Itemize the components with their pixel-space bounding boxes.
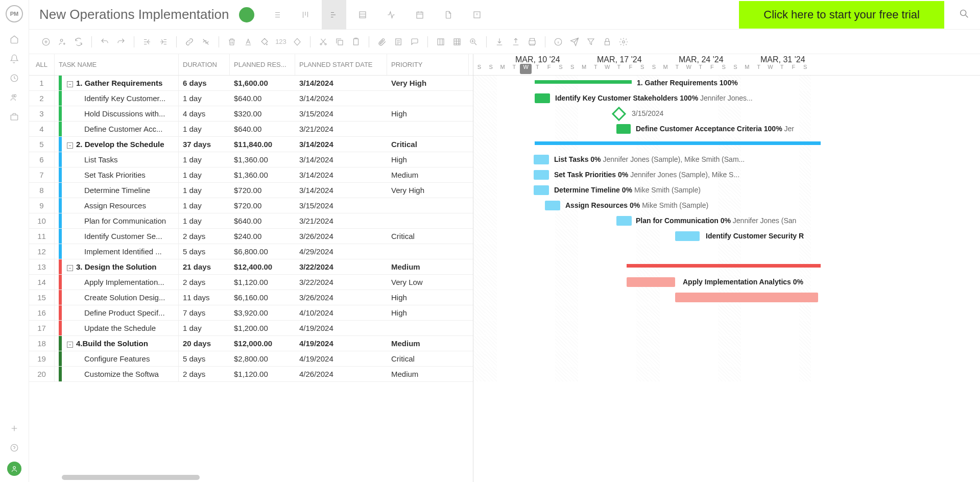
add-circle-icon[interactable] bbox=[39, 35, 53, 49]
svg-rect-5 bbox=[360, 12, 366, 18]
task-row[interactable]: 3Hold Discussions with...4 days$320.003/… bbox=[29, 106, 473, 122]
app-logo[interactable]: PM bbox=[6, 5, 23, 22]
svg-rect-16 bbox=[438, 39, 444, 45]
task-row[interactable]: 6List Tasks1 day$1,360.003/14/2024High bbox=[29, 152, 473, 167]
delete-icon[interactable] bbox=[225, 35, 238, 49]
task-row[interactable]: 19Configure Features5 days$2,800.004/19/… bbox=[29, 351, 473, 367]
task-row[interactable]: 4Define Customer Acc...1 day$640.003/21/… bbox=[29, 122, 473, 137]
task-row[interactable]: 13−3. Design the Solution21 days$12,400.… bbox=[29, 259, 473, 275]
fill-color-icon[interactable] bbox=[258, 35, 271, 49]
gantt-chart[interactable]: MAR, 10 '24 MAR, 17 '24 MAR, 24 '24 MAR,… bbox=[473, 54, 980, 482]
note-icon[interactable] bbox=[392, 35, 405, 49]
import-icon[interactable] bbox=[493, 35, 506, 49]
indent-icon[interactable] bbox=[157, 35, 170, 49]
warning-view-icon[interactable] bbox=[465, 0, 489, 30]
redo-icon[interactable] bbox=[114, 35, 128, 49]
print-icon[interactable] bbox=[525, 35, 539, 49]
grid-icon[interactable] bbox=[450, 35, 464, 49]
task-row[interactable]: 5−2. Develop the Schedule37 days$11,840.… bbox=[29, 137, 473, 152]
zoom-icon[interactable] bbox=[467, 35, 480, 49]
board-view-icon[interactable] bbox=[293, 0, 318, 30]
list-view-icon[interactable] bbox=[265, 0, 289, 30]
task-row[interactable]: 2Identify Key Customer...1 day$640.003/1… bbox=[29, 91, 473, 106]
info-icon[interactable] bbox=[552, 35, 565, 49]
month-label: MAR, 24 '24 bbox=[679, 55, 724, 64]
toolbar: 123 bbox=[29, 30, 980, 54]
task-row[interactable]: 14Apply Implementation...2 days$1,120.00… bbox=[29, 275, 473, 290]
filter-icon[interactable] bbox=[584, 35, 597, 49]
file-view-icon[interactable] bbox=[436, 0, 461, 30]
link-icon[interactable] bbox=[183, 35, 196, 49]
svg-point-21 bbox=[623, 40, 625, 43]
task-row[interactable]: 17Update the Schedule1 day$1,200.004/19/… bbox=[29, 321, 473, 336]
svg-rect-17 bbox=[454, 39, 460, 45]
col-name[interactable]: TASK NAME bbox=[55, 54, 179, 75]
task-row[interactable]: 15Create Solution Desig...11 days$6,160.… bbox=[29, 290, 473, 305]
task-row[interactable]: 8Determine Timeline1 day$720.003/14/2024… bbox=[29, 183, 473, 198]
cta-banner[interactable]: Click here to start your free trial bbox=[739, 1, 944, 29]
home-icon[interactable] bbox=[9, 34, 20, 45]
briefcase-icon[interactable] bbox=[9, 111, 20, 123]
svg-point-4 bbox=[13, 467, 16, 469]
clock-icon[interactable] bbox=[9, 73, 20, 84]
task-row[interactable]: 20Customize the Softwa2 days$1,120.004/2… bbox=[29, 367, 473, 382]
help-icon[interactable] bbox=[9, 442, 20, 453]
svg-rect-20 bbox=[605, 41, 610, 45]
month-label: MAR, 31 '24 bbox=[760, 55, 805, 64]
svg-rect-13 bbox=[338, 40, 343, 45]
undo-icon[interactable] bbox=[98, 35, 111, 49]
paste-icon[interactable] bbox=[349, 35, 363, 49]
copy-icon[interactable] bbox=[333, 35, 346, 49]
task-row[interactable]: 1−1. Gather Requirements6 days$1,600.003… bbox=[29, 76, 473, 91]
project-avatar[interactable] bbox=[239, 7, 254, 22]
svg-rect-6 bbox=[417, 12, 423, 18]
sheet-view-icon[interactable] bbox=[350, 0, 375, 30]
lock-icon[interactable] bbox=[601, 35, 614, 49]
task-grid: ALL TASK NAME DURATION PLANNED RES... PL… bbox=[29, 54, 473, 482]
plus-icon[interactable] bbox=[9, 423, 20, 434]
assign-user-icon[interactable] bbox=[56, 35, 69, 49]
unlink-icon[interactable] bbox=[199, 35, 212, 49]
month-label: MAR, 10 '24 bbox=[515, 55, 560, 64]
settings-icon[interactable] bbox=[617, 35, 630, 49]
grid-scrollbar[interactable] bbox=[62, 475, 200, 480]
gantt-view-icon[interactable] bbox=[322, 0, 346, 30]
svg-point-11 bbox=[320, 43, 322, 45]
cut-icon[interactable] bbox=[317, 35, 330, 49]
refresh-icon[interactable] bbox=[72, 35, 85, 49]
attachment-icon[interactable] bbox=[375, 35, 389, 49]
col-duration[interactable]: DURATION bbox=[179, 54, 230, 75]
month-label: MAR, 17 '24 bbox=[597, 55, 642, 64]
task-row[interactable]: 12Implement Identified ...5 days$6,800.0… bbox=[29, 244, 473, 259]
calendar-view-icon[interactable] bbox=[408, 0, 432, 30]
svg-point-12 bbox=[325, 43, 326, 45]
text-color-icon[interactable] bbox=[242, 35, 255, 49]
columns-icon[interactable] bbox=[434, 35, 447, 49]
send-icon[interactable] bbox=[568, 35, 581, 49]
task-row[interactable]: 7Set Task Priorities1 day$1,360.003/14/2… bbox=[29, 167, 473, 183]
number-format-icon[interactable]: 123 bbox=[274, 35, 288, 49]
bell-icon[interactable] bbox=[9, 53, 20, 64]
user-avatar[interactable] bbox=[7, 462, 21, 476]
task-row[interactable]: 10Plan for Communication1 day$640.003/21… bbox=[29, 213, 473, 229]
task-row[interactable]: 16Define Product Specif...7 days$3,920.0… bbox=[29, 305, 473, 321]
milestone-icon[interactable] bbox=[291, 35, 304, 49]
search-icon[interactable] bbox=[959, 8, 970, 21]
col-all[interactable]: ALL bbox=[29, 54, 55, 75]
col-planned-start[interactable]: PLANNED START DATE bbox=[295, 54, 387, 75]
col-priority[interactable]: PRIORITY bbox=[387, 54, 469, 75]
svg-point-8 bbox=[961, 10, 966, 15]
comment-icon[interactable] bbox=[408, 35, 421, 49]
activity-view-icon[interactable] bbox=[379, 0, 403, 30]
top-bar: New Operations Implementation Click here… bbox=[29, 0, 980, 30]
people-icon[interactable] bbox=[9, 92, 20, 103]
project-title: New Operations Implementation bbox=[39, 7, 229, 22]
export-icon[interactable] bbox=[509, 35, 522, 49]
outdent-icon[interactable] bbox=[140, 35, 154, 49]
task-row[interactable]: 18−4.Build the Solution20 days$12,000.00… bbox=[29, 336, 473, 351]
task-row[interactable]: 11Identify Customer Se...2 days$240.003/… bbox=[29, 229, 473, 244]
svg-point-10 bbox=[60, 39, 63, 41]
svg-rect-2 bbox=[11, 115, 18, 120]
col-planned-res[interactable]: PLANNED RES... bbox=[230, 54, 295, 75]
task-row[interactable]: 9Assign Resources1 day$720.003/15/2024 bbox=[29, 198, 473, 213]
